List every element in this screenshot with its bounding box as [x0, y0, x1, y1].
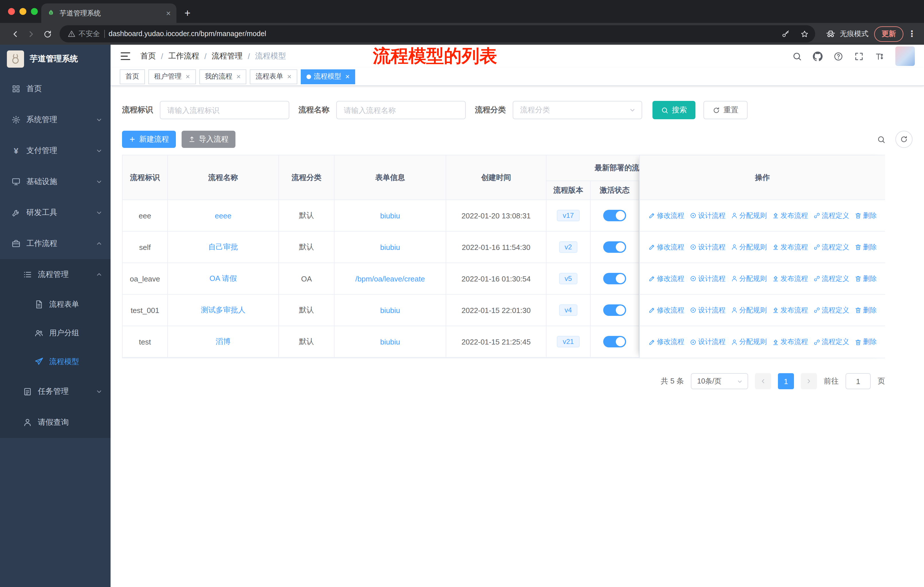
modify-process-link[interactable]: 修改流程	[648, 337, 684, 347]
refresh-table-button[interactable]	[895, 131, 912, 148]
process-definition-link[interactable]: 流程定义	[813, 337, 849, 347]
publish-process-link[interactable]: 发布流程	[772, 337, 808, 347]
active-toggle[interactable]	[603, 273, 626, 284]
active-toggle[interactable]	[603, 241, 626, 253]
delete-link[interactable]: 删除	[855, 337, 877, 347]
delete-link[interactable]: 删除	[855, 305, 877, 315]
publish-process-link[interactable]: 发布流程	[772, 305, 808, 315]
close-icon[interactable]: ×	[345, 72, 350, 81]
breadcrumb-process-management[interactable]: 流程管理	[212, 51, 243, 61]
fullscreen-icon[interactable]	[854, 51, 864, 61]
sidebar-item-workflow[interactable]: 工作流程	[0, 228, 111, 259]
process-definition-link[interactable]: 流程定义	[813, 274, 849, 283]
tag-process-model[interactable]: 流程模型×	[301, 69, 355, 84]
design-process-link[interactable]: 设计流程	[690, 274, 726, 283]
close-icon[interactable]: ×	[186, 72, 190, 81]
back-button[interactable]	[7, 26, 23, 42]
sidebar-item-devtools[interactable]: 研发工具	[0, 197, 111, 228]
process-name-input[interactable]	[336, 101, 466, 119]
process-category-select[interactable]: 流程分类	[513, 101, 642, 119]
process-name-link[interactable]: 滔博	[216, 336, 231, 347]
sidebar-item-payment[interactable]: ¥ 支付管理	[0, 135, 111, 166]
delete-link[interactable]: 删除	[855, 242, 877, 252]
tag-tenant[interactable]: 租户管理×	[148, 69, 196, 84]
browser-menu-icon[interactable]: ⋮	[907, 29, 917, 39]
publish-process-link[interactable]: 发布流程	[772, 242, 808, 252]
form-info-link[interactable]: biubiu	[380, 243, 400, 251]
modify-process-link[interactable]: 修改流程	[648, 274, 684, 283]
design-process-link[interactable]: 设计流程	[690, 305, 726, 315]
modify-process-link[interactable]: 修改流程	[648, 242, 684, 252]
form-info-link[interactable]: biubiu	[380, 306, 400, 314]
design-process-link[interactable]: 设计流程	[690, 242, 726, 252]
delete-link[interactable]: 删除	[855, 274, 877, 283]
avatar[interactable]	[895, 46, 915, 66]
sidebar-item-process-management[interactable]: 流程管理	[0, 259, 111, 290]
process-name-link[interactable]: OA 请假	[210, 273, 237, 284]
current-page-button[interactable]: 1	[778, 373, 794, 389]
process-definition-link[interactable]: 流程定义	[813, 305, 849, 315]
assign-rule-link[interactable]: 分配规则	[731, 337, 767, 347]
sidebar-item-system[interactable]: 系统管理	[0, 104, 111, 135]
show-search-button[interactable]	[873, 131, 889, 148]
sidebar-item-infra[interactable]: 基础设施	[0, 166, 111, 197]
help-icon[interactable]	[833, 51, 843, 61]
delete-link[interactable]: 删除	[855, 211, 877, 220]
process-name-link[interactable]: 测试多审批人	[201, 305, 246, 315]
tag-home[interactable]: 首页	[120, 69, 145, 84]
search-icon[interactable]	[792, 51, 802, 61]
tag-process-form[interactable]: 流程表单×	[250, 69, 297, 84]
publish-process-link[interactable]: 发布流程	[772, 211, 808, 220]
process-definition-link[interactable]: 流程定义	[813, 242, 849, 252]
assign-rule-link[interactable]: 分配规则	[731, 305, 767, 315]
window-close-button[interactable]	[8, 8, 15, 15]
modify-process-link[interactable]: 修改流程	[648, 211, 684, 220]
active-toggle[interactable]	[603, 210, 626, 221]
process-name-link[interactable]: eeee	[215, 211, 231, 220]
search-button[interactable]: 搜索	[652, 101, 695, 119]
goto-page-input[interactable]	[845, 373, 871, 389]
assign-rule-link[interactable]: 分配规则	[731, 274, 767, 283]
window-minimize-button[interactable]	[20, 8, 26, 15]
hamburger-icon[interactable]	[120, 50, 131, 62]
tag-my-process[interactable]: 我的流程×	[199, 69, 246, 84]
password-key-icon[interactable]	[778, 26, 793, 41]
sidebar-item-process-model[interactable]: 流程模型	[0, 347, 111, 376]
modify-process-link[interactable]: 修改流程	[648, 305, 684, 315]
font-size-icon[interactable]	[875, 51, 884, 61]
forward-button[interactable]	[23, 26, 39, 42]
form-info-link[interactable]: biubiu	[380, 337, 400, 346]
publish-process-link[interactable]: 发布流程	[772, 274, 808, 283]
form-info-link[interactable]: /bpm/oa/leave/create	[355, 274, 425, 283]
window-zoom-button[interactable]	[31, 8, 38, 15]
github-icon[interactable]	[813, 51, 823, 61]
form-info-link[interactable]: biubiu	[380, 211, 400, 220]
prev-page-button[interactable]	[755, 373, 771, 389]
reload-button[interactable]	[39, 26, 55, 42]
new-tab-button[interactable]: +	[185, 8, 190, 18]
close-icon[interactable]: ×	[287, 72, 291, 81]
tab-close-icon[interactable]: ×	[166, 9, 171, 17]
breadcrumb-home[interactable]: 首页	[140, 51, 156, 61]
sidebar-item-leave-query[interactable]: 请假查询	[0, 407, 111, 438]
design-process-link[interactable]: 设计流程	[690, 337, 726, 347]
close-icon[interactable]: ×	[236, 72, 241, 81]
security-indicator[interactable]: 不安全	[68, 29, 100, 39]
design-process-link[interactable]: 设计流程	[690, 211, 726, 220]
process-name-link[interactable]: 自己审批	[208, 242, 238, 252]
create-process-button[interactable]: 新建流程	[122, 131, 176, 148]
breadcrumb-workflow[interactable]: 工作流程	[168, 51, 200, 61]
bookmark-star-icon[interactable]	[797, 26, 812, 41]
active-toggle[interactable]	[603, 336, 626, 347]
process-id-input[interactable]	[160, 101, 289, 119]
reset-button[interactable]: 重置	[703, 101, 747, 119]
sidebar-item-task-management[interactable]: 任务管理	[0, 376, 111, 407]
sidebar-item-user-group[interactable]: 用户分组	[0, 319, 111, 347]
next-page-button[interactable]	[801, 373, 817, 389]
active-toggle[interactable]	[603, 304, 626, 316]
chrome-update-button[interactable]: 更新	[874, 26, 903, 41]
assign-rule-link[interactable]: 分配规则	[731, 211, 767, 220]
page-size-select[interactable]: 10条/页	[691, 373, 748, 389]
address-bar[interactable]: 不安全 dashboard.yudao.iocoder.cn/bpm/manag…	[59, 25, 815, 42]
sidebar-item-home[interactable]: 首页	[0, 73, 111, 104]
